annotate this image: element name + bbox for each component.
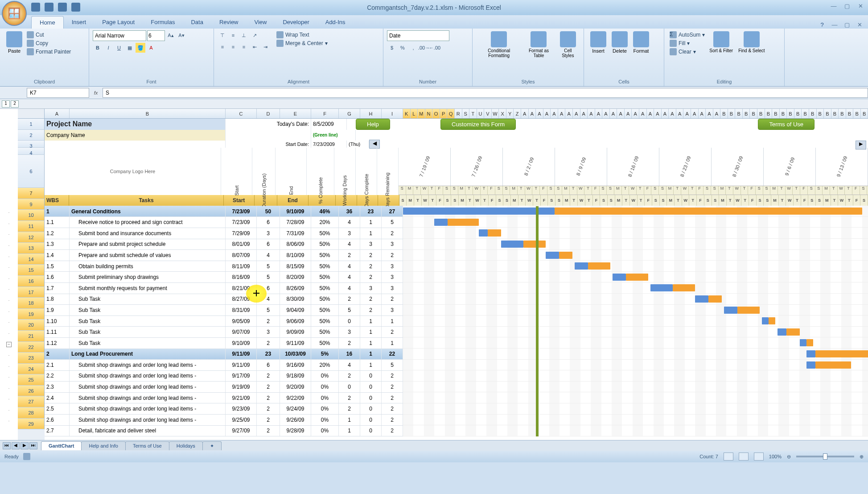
qat-save-icon[interactable] (31, 3, 40, 12)
task-cell[interactable]: Sub Task (70, 338, 226, 349)
row-header-10[interactable]: 10 (18, 210, 45, 221)
end-cell[interactable]: 9/06/09 (280, 316, 311, 327)
task-cell[interactable]: Submit shop drawings and order long lead… (70, 382, 226, 392)
col-header-gantt-33[interactable]: A (647, 109, 654, 118)
fill-button[interactable]: Fill ▾ (670, 40, 705, 47)
days-complete-cell[interactable]: 2 (360, 272, 382, 282)
duration-cell[interactable]: 4 (257, 250, 280, 261)
days-remaining-cell[interactable]: 5 (382, 360, 403, 370)
col-header-gantt-18[interactable]: A (536, 109, 543, 118)
row-header-12[interactable]: 12 (18, 232, 45, 243)
days-complete-cell[interactable]: 0 (360, 403, 382, 414)
days-remaining-cell[interactable]: 2 (382, 415, 403, 425)
find-select-button[interactable]: Find & Select (736, 30, 767, 54)
pct-cell[interactable]: 20% (311, 360, 339, 370)
days-remaining-cell[interactable]: 5 (382, 217, 403, 228)
customize-form-button[interactable]: Customize this Form (440, 119, 516, 130)
days-remaining-cell[interactable]: 27 (382, 206, 403, 217)
working-days-cell[interactable]: 5 (339, 305, 360, 315)
row-header-16[interactable]: 16 (18, 276, 45, 287)
page-break-view-button[interactable] (754, 452, 764, 461)
end-cell[interactable]: 9/26/09 (280, 415, 311, 425)
gantt-bar[interactable] (724, 307, 737, 314)
gantt-bar[interactable] (769, 317, 775, 324)
macro-record-icon[interactable] (23, 453, 30, 460)
outline-mark[interactable]: · (0, 276, 18, 287)
start-cell[interactable]: 9/25/09 (226, 415, 257, 425)
bold-button[interactable]: B (93, 43, 103, 53)
col-header-gantt-0[interactable]: K (403, 109, 411, 118)
autosum-button[interactable]: ΣAutoSum ▾ (670, 31, 705, 38)
gantt-bar[interactable] (708, 295, 722, 303)
col-header-gantt-20[interactable]: A (551, 109, 558, 118)
days-remaining-cell[interactable]: 2 (382, 371, 403, 382)
start-cell[interactable]: 8/21/09 (226, 283, 257, 294)
end-cell[interactable]: 9/20/09 (280, 382, 311, 392)
gantt-bar[interactable] (523, 241, 546, 248)
task-cell[interactable]: Sub Task (70, 294, 226, 305)
row-header-4[interactable]: 4 (18, 148, 45, 155)
col-header-gantt-35[interactable]: A (662, 109, 669, 118)
working-days-cell[interactable]: 3 (339, 228, 360, 239)
comma-button[interactable]: , (408, 43, 418, 53)
conditional-formatting-button[interactable]: Conditional Formatting (476, 30, 522, 59)
gantt-bar[interactable] (479, 229, 488, 237)
gantt-bar[interactable] (403, 208, 555, 215)
working-days-cell[interactable]: 0 (339, 382, 360, 392)
merge-center-button[interactable]: Merge & Center ▾ (276, 40, 328, 47)
insert-sheet-button[interactable]: ✦ (202, 441, 222, 450)
gantt-bar[interactable] (559, 252, 572, 259)
days-remaining-cell[interactable]: 1 (382, 338, 403, 349)
col-header-gantt-29[interactable]: A (617, 109, 625, 118)
zoom-slider[interactable] (796, 456, 854, 457)
col-header-D[interactable]: D (257, 109, 280, 118)
col-header-gantt-34[interactable]: A (654, 109, 662, 118)
days-complete-cell[interactable]: 3 (360, 283, 382, 294)
duration-cell[interactable]: 2 (257, 393, 280, 403)
duration-cell[interactable]: 2 (257, 338, 280, 349)
task-cell[interactable]: Submit shop drawings and order long lead… (70, 403, 226, 414)
col-header-gantt-40[interactable]: A (699, 109, 706, 118)
col-header-gantt-57[interactable]: B (824, 109, 831, 118)
duration-cell[interactable]: 5 (257, 261, 280, 272)
end-cell[interactable]: 9/16/09 (280, 360, 311, 370)
col-header-gantt-45[interactable]: B (735, 109, 743, 118)
end-cell[interactable]: 9/18/09 (280, 371, 311, 382)
fill-color-button[interactable]: 🪣 (136, 43, 145, 53)
col-header-gantt-17[interactable]: A (529, 109, 536, 118)
row-header-28[interactable]: 28 (18, 407, 45, 419)
start-cell[interactable]: 9/07/09 (226, 327, 257, 337)
todays-date-value[interactable]: 8/5/2009 (311, 119, 347, 130)
outline-mark[interactable]: · (0, 232, 18, 243)
row-header-23[interactable]: 23 (18, 353, 45, 364)
col-header-gantt-6[interactable]: Q (447, 109, 455, 118)
cell-styles-button[interactable]: Cell Styles (556, 30, 580, 59)
days-complete-cell[interactable]: 1 (360, 228, 382, 239)
col-header-gantt-14[interactable]: Y (506, 109, 514, 118)
start-cell[interactable]: 8/07/09 (226, 250, 257, 261)
col-header-gantt-52[interactable]: B (787, 109, 794, 118)
row-header-21[interactable]: 21 (18, 331, 45, 342)
percent-button[interactable]: % (398, 43, 407, 53)
format-painter-button[interactable]: Format Painter (27, 48, 71, 55)
wrap-text-button[interactable]: Wrap Text (276, 31, 328, 38)
working-days-cell[interactable]: 3 (339, 327, 360, 337)
start-cell[interactable]: 9/05/09 (226, 316, 257, 327)
days-complete-cell[interactable]: 0 (360, 415, 382, 425)
sort-filter-button[interactable]: Sort & Filter (707, 30, 736, 54)
working-days-cell[interactable]: 4 (339, 283, 360, 294)
ribbon-tab-developer[interactable]: Developer (275, 16, 317, 29)
qat-undo-icon[interactable] (45, 3, 53, 12)
gantt-bar[interactable] (575, 262, 588, 270)
row-header-15[interactable]: 15 (18, 265, 45, 276)
pct-cell[interactable]: 50% (311, 239, 339, 250)
duration-cell[interactable]: 4 (257, 294, 280, 305)
task-cell[interactable]: Detail, fabricate and deliver steel (70, 426, 226, 436)
col-header-gantt-22[interactable]: A (565, 109, 573, 118)
outline-level-1[interactable]: 1 (2, 100, 10, 108)
doc-close-button[interactable]: ✕ (856, 21, 864, 29)
col-header-gantt-61[interactable]: B (853, 109, 861, 118)
maximize-button[interactable]: ▢ (843, 3, 851, 10)
task-cell[interactable]: Prepare and submit project schedule (70, 239, 226, 250)
outline-mark[interactable]: · (0, 331, 18, 342)
